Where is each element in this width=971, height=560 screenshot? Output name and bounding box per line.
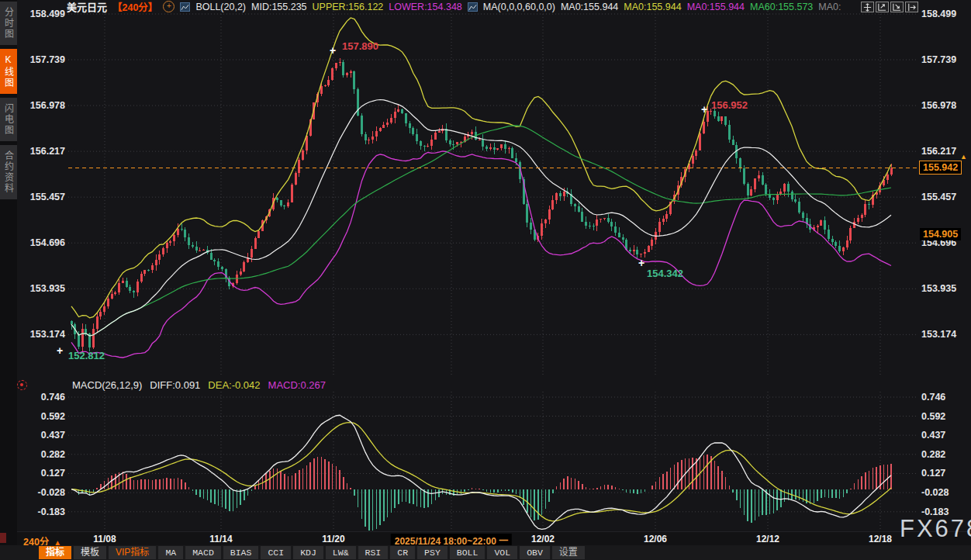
toolbar-button-PSY[interactable]: PSY bbox=[417, 546, 447, 559]
macd-diff-value: DIFF:0.091 bbox=[150, 379, 200, 391]
bottom-toolbar: 指标模板VIP指标MAMACDBIASCCIKDJLW&RSICRPSYBOLL… bbox=[0, 545, 971, 560]
ma60-value: MA60:155.573 bbox=[750, 2, 813, 12]
toolbar-button-OBV[interactable]: OBV bbox=[520, 546, 550, 559]
date-tick-label: 12/02 bbox=[531, 534, 555, 544]
expand-icon[interactable] bbox=[905, 2, 918, 12]
current-price-tag: 155.942 bbox=[919, 161, 962, 175]
price-annotation: 152.812 bbox=[68, 350, 105, 361]
price-up-arrow-icon: ▲ bbox=[960, 154, 967, 161]
macd-panel-marker-icon[interactable] bbox=[17, 380, 27, 390]
ma0-gray-value: MA0: bbox=[818, 2, 841, 12]
price-axis-label-right: 156.217 bbox=[921, 145, 956, 157]
macd-dea-line bbox=[71, 423, 891, 521]
gridlines bbox=[68, 11, 917, 531]
annotation-cross-marker: + bbox=[57, 347, 63, 354]
scale-up-icon[interactable] bbox=[876, 2, 889, 12]
price-axis-label-right: 158.499 bbox=[921, 8, 956, 20]
price-axis-label-left: 153.935 bbox=[22, 282, 65, 295]
watermark: FX678 bbox=[900, 515, 971, 543]
price-axis-label-right: 155.457 bbox=[921, 191, 956, 203]
macd-axis-label-left: 0.282 bbox=[22, 448, 65, 461]
toolbar-button-模板[interactable]: 模板 bbox=[74, 546, 106, 559]
sidebar-item-4[interactable]: 合约资料 bbox=[0, 145, 17, 199]
annotation-cross-marker: + bbox=[701, 105, 707, 113]
ma0-yellow-value: MA0:155.944 bbox=[624, 2, 681, 12]
date-tick-label: 12/12 bbox=[756, 534, 779, 544]
toolbar-button-BOLL[interactable]: BOLL bbox=[450, 546, 486, 559]
ma0-magenta-value: MA0:155.944 bbox=[687, 2, 745, 12]
macd-dea-value: DEA:-0.042 bbox=[208, 379, 260, 391]
symbol-title: 美元日元 bbox=[67, 0, 107, 14]
toolbar-button-CCI[interactable]: CCI bbox=[261, 546, 291, 559]
macd-axis-label-left: 0.746 bbox=[22, 391, 65, 403]
toolbar-button-CR[interactable]: CR bbox=[390, 546, 415, 559]
boll-mid-value: MID:155.235 bbox=[251, 2, 307, 12]
price-axis-label-left: 154.696 bbox=[22, 237, 65, 249]
macd-axis-label-right: 0.592 bbox=[921, 410, 945, 423]
price-axis-label-right: 153.935 bbox=[921, 282, 956, 295]
corner-marker bbox=[0, 533, 6, 543]
macd-axis-label-left: -0.028 bbox=[22, 486, 65, 499]
toolbar-button-指标[interactable]: 指标 bbox=[39, 546, 71, 559]
price-axis-label-left: 157.739 bbox=[22, 54, 65, 66]
macd-name: MACD(26,12,9) bbox=[72, 379, 142, 391]
scale-down-icon[interactable] bbox=[890, 2, 904, 12]
toolbar-button-MA[interactable]: MA bbox=[158, 546, 183, 559]
period-badge: 【240分】 bbox=[112, 0, 157, 14]
toolbar-button-KDJ[interactable]: KDJ bbox=[293, 546, 323, 559]
price-annotation: 157.890 bbox=[342, 40, 378, 52]
price-axis-label-right: 156.978 bbox=[921, 99, 956, 112]
price-axis-label-left: 155.457 bbox=[22, 191, 65, 203]
price-axis-label-left: 156.978 bbox=[22, 99, 65, 112]
annotation-cross-marker: + bbox=[330, 47, 336, 54]
toolbar-button-MACD[interactable]: MACD bbox=[185, 546, 221, 559]
macd-axis-label-right: -0.028 bbox=[921, 486, 949, 499]
toolbar-button-VIP指标[interactable]: VIP指标 bbox=[109, 546, 156, 559]
chart-legend: 美元日元 【240分】 + BOLL(20,2) MID:155.235 UPP… bbox=[67, 0, 841, 13]
price-axis-label-right: 153.174 bbox=[921, 328, 956, 340]
crosshair-icon[interactable] bbox=[861, 2, 874, 12]
price-axis-label-left: 158.499 bbox=[22, 8, 65, 20]
chart-canvas[interactable] bbox=[0, 0, 971, 560]
macd-axis-label-left: -0.183 bbox=[22, 506, 65, 518]
ma-indicator-icon[interactable] bbox=[468, 2, 478, 12]
macd-axis-label-right: 0.437 bbox=[921, 429, 945, 441]
price-annotation: 154.342 bbox=[647, 268, 683, 279]
macd-axis-label-left: 0.437 bbox=[22, 429, 65, 441]
toolbar-button-设置[interactable]: 设置 bbox=[552, 546, 585, 559]
candles-layer bbox=[71, 58, 893, 351]
date-tick-label: 12/06 bbox=[644, 534, 667, 544]
date-tick-label: 11/14 bbox=[209, 534, 232, 544]
macd-legend: MACD(26,12,9) DIFF:0.091 DEA:-0.042 MACD… bbox=[72, 379, 326, 391]
boll-lower-value: LOWER:154.348 bbox=[389, 2, 462, 12]
boll-label: BOLL(20,2) bbox=[195, 2, 246, 12]
price-axis-label-right: 157.739 bbox=[921, 54, 956, 66]
sidebar: 分时图K线图闪电图合约资料 bbox=[0, 0, 17, 560]
date-tick-label: 12/18 bbox=[869, 534, 892, 544]
macd-axis-label-left: 0.592 bbox=[22, 410, 65, 423]
date-tick-label: 11/20 bbox=[322, 534, 344, 544]
sidebar-item-2[interactable]: K线图 bbox=[0, 49, 17, 94]
macd-axis-label-right: 0.746 bbox=[921, 391, 945, 403]
boll-indicator-icon[interactable] bbox=[180, 2, 190, 12]
last-price-tag: 154.905 bbox=[920, 228, 961, 240]
toolbar-button-VOL[interactable]: VOL bbox=[487, 546, 517, 559]
macd-axis-label-right: 0.127 bbox=[921, 467, 945, 479]
trading-app-window: 分时图K线图闪电图合约资料 美元日元 【240分】 + BOLL(20,2) M… bbox=[0, 0, 971, 560]
add-favorite-icon[interactable]: + bbox=[163, 1, 175, 12]
boll-upper-value: UPPER:156.122 bbox=[313, 2, 384, 12]
price-annotation: 156.952 bbox=[711, 99, 748, 111]
toolbar-button-BIAS[interactable]: BIAS bbox=[223, 546, 259, 559]
sidebar-item-3[interactable]: 闪电图 bbox=[0, 98, 17, 141]
ma0-white-value: MA0:155.944 bbox=[561, 2, 618, 12]
sidebar-item-1[interactable]: 分时图 bbox=[0, 2, 17, 45]
macd-axis-label-left: 0.127 bbox=[22, 467, 65, 479]
price-axis-label-left: 156.217 bbox=[22, 145, 65, 157]
toolbar-button-RSI[interactable]: RSI bbox=[358, 546, 389, 559]
price-axis-label-left: 153.174 bbox=[22, 328, 65, 340]
macd-axis-label-right: 0.282 bbox=[921, 448, 945, 461]
ma-label: MA(0,0,0,60,0,0) bbox=[483, 2, 555, 12]
toolbar-button-LW&[interactable]: LW& bbox=[326, 546, 356, 559]
header-icons bbox=[861, 2, 918, 12]
annotation-cross-marker: + bbox=[638, 259, 644, 267]
